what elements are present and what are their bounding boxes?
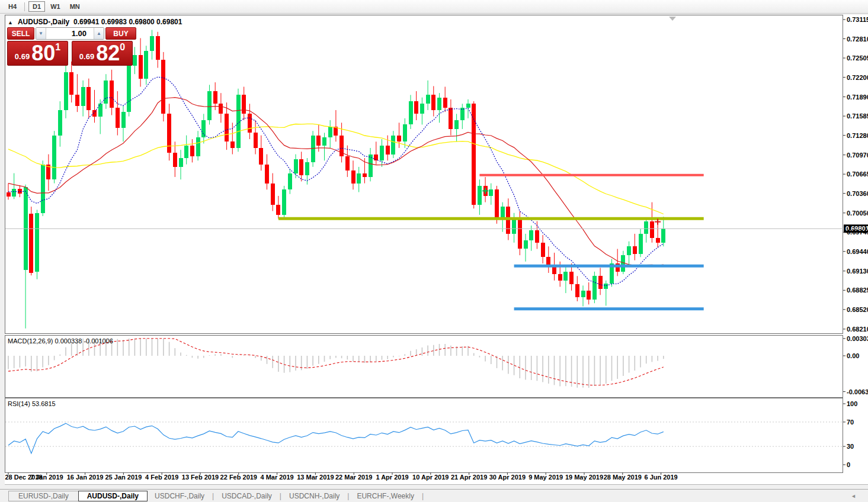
macd-signal-line <box>8 339 664 385</box>
svg-text:28 May 2019: 28 May 2019 <box>604 474 642 481</box>
trading-terminal-window: H4D1W1MN 0.698010.731150.728100.725050.7… <box>0 0 868 502</box>
svg-text:0.70665: 0.70665 <box>847 170 868 178</box>
volume-stepper: ▼ ▲ <box>36 27 104 40</box>
date-axis[interactable]: 28 Dec 20187 Jan 201916 Jan 201925 Jan 2… <box>5 472 678 481</box>
one-click-trading-panel: SELL ▼ ▲ BUY 0.69 80 1 0.69 82 0 <box>7 27 136 66</box>
svg-text:13 Feb 2019: 13 Feb 2019 <box>182 474 219 481</box>
spin-up-icon: ▲ <box>97 31 101 36</box>
moving-averages-layer <box>8 77 664 286</box>
svg-text:22 Mar 2019: 22 Mar 2019 <box>335 474 372 481</box>
current-price-layer: 0.69801 <box>5 224 868 233</box>
svg-text:13 Mar 2019: 13 Mar 2019 <box>297 474 334 481</box>
sell-button[interactable]: SELL <box>7 27 34 40</box>
svg-text:0.69745: 0.69745 <box>847 229 868 236</box>
svg-text:19 May 2019: 19 May 2019 <box>565 474 603 481</box>
symbol-label: AUDUSD-,Daily <box>18 18 69 26</box>
buy-price-display[interactable]: 0.69 82 0 <box>72 41 133 66</box>
chart-canvas[interactable]: 0.698010.731150.728100.725050.722000.718… <box>0 0 868 489</box>
svg-text:4 Feb 2019: 4 Feb 2019 <box>145 474 178 481</box>
panel-frames <box>5 15 868 485</box>
svg-text:30 Apr 2019: 30 Apr 2019 <box>489 474 526 481</box>
svg-text:21 Apr 2019: 21 Apr 2019 <box>451 474 487 481</box>
tab-usdcad[interactable]: USDCAD-,Daily <box>214 491 279 501</box>
svg-text:0.70970: 0.70970 <box>847 152 868 159</box>
tab-eurusd[interactable]: EURUSD-,Daily <box>8 491 78 501</box>
svg-text:0: 0 <box>847 461 850 468</box>
tab-separator: | <box>421 492 424 500</box>
svg-text:0.73115: 0.73115 <box>847 16 868 23</box>
ma-fast-line <box>8 77 664 286</box>
chart-shift-icon[interactable] <box>669 17 676 21</box>
buy-price-sup: 0 <box>120 42 125 53</box>
buy-button[interactable]: BUY <box>105 27 136 40</box>
volume-input[interactable] <box>46 28 94 39</box>
ohlc-values: 0.69941 0.69983 0.69800 0.69801 <box>73 18 182 26</box>
svg-text:0.003035: 0.003035 <box>847 335 868 342</box>
sell-price-display[interactable]: 0.69 80 1 <box>7 41 68 66</box>
svg-text:0.72505: 0.72505 <box>847 54 868 62</box>
svg-text:0.00: 0.00 <box>847 352 859 359</box>
svg-text:25 Jan 2019: 25 Jan 2019 <box>105 474 142 481</box>
rsi-line <box>8 423 664 453</box>
svg-text:16 Jan 2019: 16 Jan 2019 <box>67 474 104 481</box>
svg-text:0.68520: 0.68520 <box>847 306 868 313</box>
svg-text:22 Feb 2019: 22 Feb 2019 <box>220 474 257 481</box>
svg-text:0.69440: 0.69440 <box>847 248 868 255</box>
svg-text:7 Jan 2019: 7 Jan 2019 <box>30 474 63 481</box>
svg-text:0.68210: 0.68210 <box>847 326 868 333</box>
svg-text:0.71280: 0.71280 <box>847 132 868 139</box>
svg-text:1 Apr 2019: 1 Apr 2019 <box>376 474 408 481</box>
tab-usdchf[interactable]: USDCHF-,Daily <box>148 491 212 501</box>
svg-text:6 Jun 2019: 6 Jun 2019 <box>644 474 677 481</box>
price-axis[interactable]: 0.731150.728100.725050.722000.718900.715… <box>843 16 868 333</box>
svg-text:70: 70 <box>847 419 854 426</box>
candles-layer <box>7 30 666 329</box>
svg-text:0.68825: 0.68825 <box>847 287 868 294</box>
svg-text:-0.006311: -0.006311 <box>847 388 868 395</box>
svg-text:30: 30 <box>847 443 854 450</box>
buy-price-big: 82 <box>96 43 120 63</box>
tab-audusd[interactable]: AUDUSD-,Daily <box>78 491 148 501</box>
volume-increase-button[interactable]: ▲ <box>94 28 104 39</box>
macd-layer <box>8 339 664 388</box>
volume-decrease-button[interactable]: ▼ <box>36 28 46 39</box>
macd-axis[interactable]: 0.0030350.00-0.006311 <box>843 335 868 395</box>
macd-label: MACD(12,26,9) 0.000338 -0.001006 <box>8 337 113 345</box>
svg-text:9 May 2019: 9 May 2019 <box>529 474 563 481</box>
chart-tab-bar: EURUSD-,DailyAUDUSD-,DailyUSDCHF-,Daily|… <box>0 489 868 502</box>
spin-down-icon: ▼ <box>39 31 43 36</box>
rsi-axis[interactable]: 10070300 <box>843 400 857 468</box>
svg-text:100: 100 <box>847 400 857 407</box>
sell-price-sup: 1 <box>55 42 60 53</box>
svg-text:0.70050: 0.70050 <box>847 210 868 217</box>
svg-text:0.72810: 0.72810 <box>847 36 868 43</box>
svg-text:0.71585: 0.71585 <box>847 112 868 120</box>
svg-text:10 Apr 2019: 10 Apr 2019 <box>412 474 449 481</box>
svg-text:0.69130: 0.69130 <box>847 268 868 275</box>
svg-text:0.70360: 0.70360 <box>847 190 868 197</box>
svg-text:4 Mar 2019: 4 Mar 2019 <box>260 474 293 481</box>
sell-price-big: 80 <box>31 43 55 63</box>
tab-usdcnh[interactable]: USDCNH-,Daily <box>282 491 347 501</box>
svg-text:0.72200: 0.72200 <box>847 74 868 81</box>
buy-price-small: 0.69 <box>79 52 94 61</box>
rsi-layer <box>5 422 843 453</box>
collapse-panel-icon[interactable]: ▲ <box>8 20 13 25</box>
svg-text:0.71890: 0.71890 <box>847 94 868 101</box>
tab-scroll-left-icon[interactable]: ◄ <box>851 493 856 499</box>
chart-title: ▲AUDUSD-,Daily 0.69941 0.69983 0.69800 0… <box>8 18 182 26</box>
rsi-label: RSI(14) 53.6815 <box>8 400 56 407</box>
sell-price-small: 0.69 <box>15 52 30 61</box>
tab-eurchf[interactable]: EURCHF-,Weekly <box>350 491 421 501</box>
